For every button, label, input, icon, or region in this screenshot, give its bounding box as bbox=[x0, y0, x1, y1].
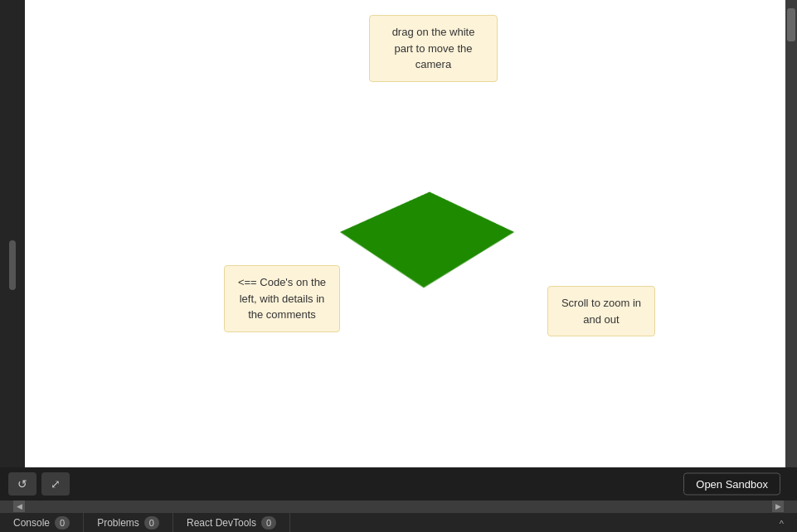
tooltip-code: <== Code's on the left, with details in … bbox=[224, 265, 340, 332]
right-scrollbar[interactable] bbox=[785, 0, 797, 467]
main-area: drag on the white part to move the camer… bbox=[0, 0, 797, 467]
devtools-tab[interactable]: React DevTools 0 bbox=[173, 513, 290, 532]
canvas-area[interactable]: drag on the white part to move the camer… bbox=[25, 0, 785, 467]
green-diamond bbox=[320, 192, 528, 288]
scroll-track[interactable] bbox=[25, 504, 772, 509]
devtools-label: React DevTools bbox=[187, 517, 256, 529]
tooltip-scroll: Scroll to zoom in and out bbox=[547, 286, 655, 336]
devtools-badge: 0 bbox=[261, 516, 276, 530]
reload-icon: ↺ bbox=[17, 477, 27, 491]
left-sidebar bbox=[0, 0, 25, 467]
collapse-button[interactable]: ^ bbox=[773, 519, 790, 529]
problems-label: Problems bbox=[97, 517, 139, 529]
horizontal-scrollbar[interactable]: ◀ ▶ bbox=[0, 501, 797, 512]
bottom-toolbar: ↺ ⤢ Open Sandbox bbox=[0, 467, 797, 501]
scroll-right-arrow[interactable]: ▶ bbox=[772, 501, 784, 512]
toolbar-left-buttons: ↺ ⤢ bbox=[8, 472, 70, 496]
open-sandbox-button[interactable]: Open Sandbox bbox=[683, 473, 780, 496]
tooltip-drag: drag on the white part to move the camer… bbox=[369, 15, 498, 82]
console-label: Console bbox=[13, 517, 50, 529]
console-badge: 0 bbox=[55, 516, 70, 530]
status-bar: Console 0 Problems 0 React DevTools 0 ^ bbox=[0, 512, 797, 532]
scroll-left-arrow[interactable]: ◀ bbox=[13, 501, 25, 512]
open-external-button[interactable]: ⤢ bbox=[41, 472, 70, 496]
reload-button[interactable]: ↺ bbox=[8, 472, 36, 496]
problems-tab[interactable]: Problems 0 bbox=[84, 513, 173, 532]
console-tab[interactable]: Console 0 bbox=[0, 513, 84, 532]
open-external-icon: ⤢ bbox=[51, 477, 61, 491]
status-bar-right: ^ bbox=[773, 515, 797, 530]
right-scroll-thumb[interactable] bbox=[787, 8, 795, 41]
problems-badge: 0 bbox=[144, 516, 159, 530]
left-scroll-handle[interactable] bbox=[9, 240, 16, 290]
